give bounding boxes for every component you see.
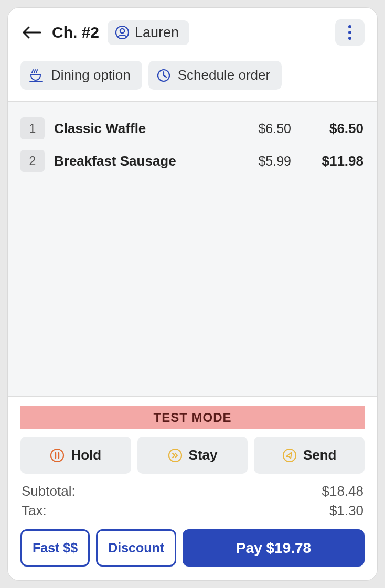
footer: TEST MODE Hold Stay: [8, 397, 377, 580]
tax-label: Tax:: [22, 503, 47, 519]
pay-button[interactable]: Pay $19.78: [183, 529, 365, 567]
item-line-total: $6.50: [301, 121, 363, 137]
svg-point-3: [348, 31, 351, 34]
back-button[interactable]: [20, 21, 44, 44]
options-row: Dining option Schedule order: [8, 59, 377, 101]
item-row[interactable]: 1 Classic Waffle $6.50 $6.50: [20, 112, 363, 145]
dining-option-label: Dining option: [51, 67, 131, 83]
svg-point-4: [348, 37, 351, 40]
pay-row: Fast $$ Discount Pay $19.78: [20, 529, 365, 567]
discount-button[interactable]: Discount: [96, 529, 176, 567]
tax-line: Tax: $1.30: [22, 503, 363, 519]
person-icon: [115, 25, 130, 40]
test-mode-banner: TEST MODE: [20, 406, 365, 429]
item-name: Classic Waffle: [54, 121, 224, 137]
send-label: Send: [303, 447, 337, 463]
action-row: Hold Stay Send: [20, 437, 365, 474]
item-unit-price: $6.50: [233, 121, 291, 136]
subtotal-value: $18.48: [322, 483, 363, 499]
schedule-order-label: Schedule order: [178, 67, 270, 83]
item-name: Breakfast Sausage: [54, 153, 224, 169]
totals: Subtotal: $18.48 Tax: $1.30: [20, 481, 365, 522]
dining-option-button[interactable]: Dining option: [20, 61, 142, 90]
item-row[interactable]: 2 Breakfast Sausage $5.99 $11.98: [20, 145, 363, 177]
pause-circle-icon: [50, 448, 65, 463]
items-list: 1 Classic Waffle $6.50 $6.50 2 Breakfast…: [8, 101, 377, 397]
dining-icon: [29, 69, 44, 82]
subtotal-line: Subtotal: $18.48: [22, 483, 363, 499]
svg-point-2: [348, 25, 351, 28]
tax-value: $1.30: [329, 503, 363, 519]
kebab-icon: [348, 25, 352, 40]
item-line-total: $11.98: [301, 153, 363, 169]
chevrons-circle-icon: [168, 448, 183, 463]
customer-name: Lauren: [135, 25, 179, 41]
svg-point-1: [120, 29, 124, 33]
send-button[interactable]: Send: [254, 437, 365, 474]
more-menu-button[interactable]: [335, 19, 365, 46]
send-circle-icon: [282, 448, 297, 463]
stay-button[interactable]: Stay: [137, 437, 248, 474]
hold-label: Hold: [71, 447, 101, 463]
divider: [8, 53, 377, 53]
header: Ch. #2 Lauren: [8, 8, 377, 53]
check-title: Ch. #2: [52, 24, 99, 41]
item-qty: 1: [20, 117, 45, 139]
order-card: Ch. #2 Lauren Dining: [7, 7, 378, 581]
customer-chip[interactable]: Lauren: [108, 20, 189, 45]
fast-cash-button[interactable]: Fast $$: [20, 529, 90, 567]
svg-point-6: [51, 449, 63, 462]
item-qty: 2: [20, 150, 45, 172]
hold-button[interactable]: Hold: [20, 437, 131, 474]
arrow-left-icon: [23, 26, 41, 39]
schedule-order-button[interactable]: Schedule order: [148, 61, 282, 90]
item-unit-price: $5.99: [233, 154, 291, 169]
subtotal-label: Subtotal:: [22, 483, 76, 499]
clock-icon: [157, 69, 170, 82]
svg-point-8: [283, 449, 296, 462]
stay-label: Stay: [189, 447, 218, 463]
